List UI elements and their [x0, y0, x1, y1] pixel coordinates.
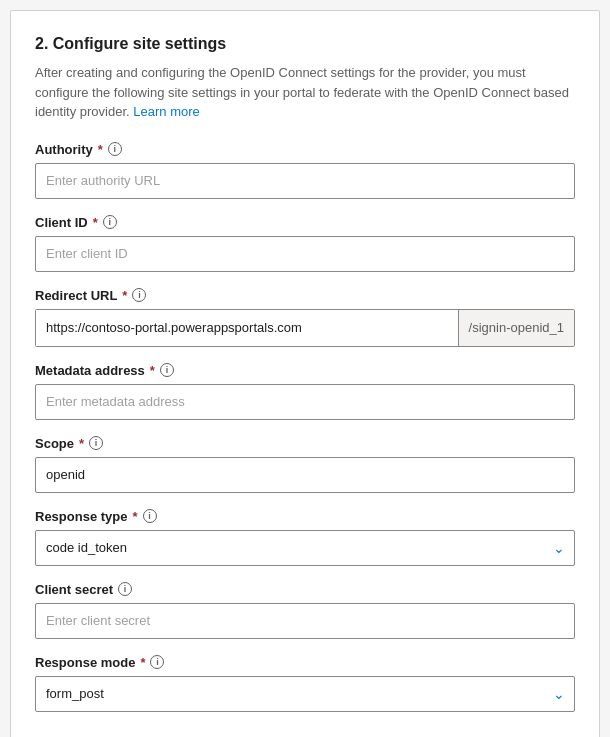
response-type-select[interactable]: code id_token code id_token token: [35, 530, 575, 566]
response-type-label: Response type * i: [35, 509, 575, 524]
response-mode-required: *: [140, 655, 145, 670]
scope-label-text: Scope: [35, 436, 74, 451]
scope-label: Scope * i: [35, 436, 575, 451]
authority-info-icon[interactable]: i: [108, 142, 122, 156]
response-type-label-text: Response type: [35, 509, 127, 524]
metadata-address-field-group: Metadata address * i: [35, 363, 575, 420]
redirect-url-input[interactable]: [36, 310, 458, 346]
client-id-label-text: Client ID: [35, 215, 88, 230]
client-secret-info-icon[interactable]: i: [118, 582, 132, 596]
client-id-label: Client ID * i: [35, 215, 575, 230]
client-id-field-group: Client ID * i: [35, 215, 575, 272]
scope-input[interactable]: [35, 457, 575, 493]
redirect-url-info-icon[interactable]: i: [132, 288, 146, 302]
redirect-url-label-text: Redirect URL: [35, 288, 117, 303]
response-mode-label-text: Response mode: [35, 655, 135, 670]
metadata-address-required: *: [150, 363, 155, 378]
client-secret-input[interactable]: [35, 603, 575, 639]
scope-required: *: [79, 436, 84, 451]
response-type-select-wrapper: code id_token code id_token token ⌄: [35, 530, 575, 566]
client-secret-field-group: Client secret i: [35, 582, 575, 639]
client-secret-label-text: Client secret: [35, 582, 113, 597]
metadata-address-label: Metadata address * i: [35, 363, 575, 378]
redirect-url-required: *: [122, 288, 127, 303]
client-id-info-icon[interactable]: i: [103, 215, 117, 229]
metadata-address-input[interactable]: [35, 384, 575, 420]
client-id-input[interactable]: [35, 236, 575, 272]
redirect-url-label: Redirect URL * i: [35, 288, 575, 303]
redirect-url-suffix: /signin-openid_1: [458, 310, 574, 346]
redirect-url-field-group: Redirect URL * i /signin-openid_1: [35, 288, 575, 347]
scope-field-group: Scope * i: [35, 436, 575, 493]
response-type-field-group: Response type * i code id_token code id_…: [35, 509, 575, 566]
metadata-address-label-text: Metadata address: [35, 363, 145, 378]
client-secret-label: Client secret i: [35, 582, 575, 597]
authority-input[interactable]: [35, 163, 575, 199]
section-description: After creating and configuring the OpenI…: [35, 63, 575, 122]
authority-label-text: Authority: [35, 142, 93, 157]
learn-more-link[interactable]: Learn more: [133, 104, 199, 119]
client-id-required: *: [93, 215, 98, 230]
authority-label: Authority * i: [35, 142, 575, 157]
response-mode-select-wrapper: form_post query fragment ⌄: [35, 676, 575, 712]
response-type-info-icon[interactable]: i: [143, 509, 157, 523]
scope-info-icon[interactable]: i: [89, 436, 103, 450]
section-title: 2. Configure site settings: [35, 35, 575, 53]
authority-field-group: Authority * i: [35, 142, 575, 199]
redirect-url-wrapper: /signin-openid_1: [35, 309, 575, 347]
response-type-required: *: [132, 509, 137, 524]
response-mode-label: Response mode * i: [35, 655, 575, 670]
metadata-address-info-icon[interactable]: i: [160, 363, 174, 377]
configure-site-settings-card: 2. Configure site settings After creatin…: [10, 10, 600, 737]
response-mode-field-group: Response mode * i form_post query fragme…: [35, 655, 575, 712]
description-text: After creating and configuring the OpenI…: [35, 65, 569, 119]
response-mode-info-icon[interactable]: i: [150, 655, 164, 669]
authority-required: *: [98, 142, 103, 157]
response-mode-select[interactable]: form_post query fragment: [35, 676, 575, 712]
